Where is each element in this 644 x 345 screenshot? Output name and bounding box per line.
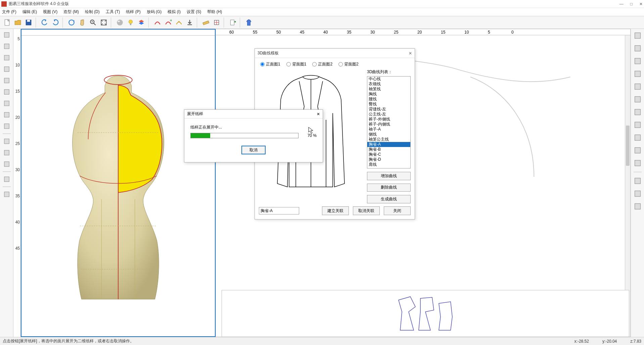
layers-small-icon[interactable] bbox=[2, 121, 11, 131]
grid-icon[interactable] bbox=[2, 175, 11, 184]
curve-listbox[interactable]: 中心线衣领线袖笼线胸线腰线臀线背缝线-左公主线-左裤子-外侧线裤子-内侧线袖子-… bbox=[367, 76, 411, 168]
cube-blue-icon[interactable] bbox=[2, 148, 11, 157]
curve-list-item[interactable]: 中心线 bbox=[367, 77, 410, 82]
fit-screen-icon[interactable] bbox=[99, 17, 109, 28]
open-folder-icon[interactable] bbox=[13, 17, 23, 28]
curve-list-item[interactable]: 胸省-B bbox=[367, 147, 410, 152]
diamond-icon[interactable] bbox=[2, 99, 11, 108]
lightbulb-icon[interactable] bbox=[126, 17, 136, 28]
menu-item[interactable]: 帮助 (H) bbox=[207, 9, 222, 15]
curve-add-icon[interactable]: + bbox=[163, 17, 173, 28]
curve-list-item[interactable]: 侧线 bbox=[367, 132, 410, 137]
page-icon[interactable] bbox=[2, 42, 11, 51]
curve-list-item[interactable]: 袖笼公主线 bbox=[367, 137, 410, 142]
curve-list-item[interactable]: 裤子-外侧线 bbox=[367, 117, 410, 122]
box-icon[interactable] bbox=[633, 158, 642, 168]
view-radio[interactable]: 正面图2 bbox=[312, 61, 332, 67]
curve-list-item[interactable]: 腰线 bbox=[367, 97, 410, 102]
generate-curve-button[interactable]: 生成曲线 bbox=[367, 195, 411, 203]
curve-list-item[interactable]: 胸省-A bbox=[367, 142, 410, 147]
minimize-button[interactable]: — bbox=[619, 2, 624, 6]
mannequin-icon[interactable] bbox=[2, 30, 11, 40]
cube-yellow-icon[interactable] bbox=[2, 137, 11, 146]
menu-item[interactable]: 文件 (F) bbox=[2, 9, 16, 15]
curve-name-input[interactable] bbox=[259, 207, 299, 214]
menu-item[interactable]: 设置 (S) bbox=[187, 9, 201, 15]
curve-red-icon[interactable] bbox=[152, 17, 163, 28]
thumbnail-strip[interactable] bbox=[222, 290, 629, 337]
menu-item[interactable]: 视图 (V) bbox=[43, 9, 57, 15]
view-radio[interactable]: 正面图1 bbox=[260, 61, 280, 67]
menu-item[interactable]: 模拟 (I) bbox=[168, 9, 181, 15]
curve-list-item[interactable]: 袖子-A bbox=[367, 127, 410, 132]
canvas-3d[interactable] bbox=[21, 36, 215, 336]
menu-item[interactable]: 编辑 (E) bbox=[22, 9, 37, 15]
arrow-right-icon[interactable] bbox=[633, 82, 642, 91]
view-radio[interactable]: 背面图1 bbox=[286, 61, 307, 67]
modal-close-icon[interactable]: ✕ bbox=[409, 51, 412, 56]
ruler-icon[interactable] bbox=[201, 17, 211, 28]
save-icon[interactable] bbox=[24, 17, 34, 28]
hanger-icon[interactable] bbox=[2, 53, 11, 62]
menu-item[interactable]: 放码 (G) bbox=[147, 9, 162, 15]
add-curve-button[interactable]: 增加曲线 bbox=[367, 172, 411, 180]
progress-close-icon[interactable]: ✕ bbox=[317, 112, 320, 116]
curve-list-item[interactable]: 肩线 bbox=[367, 162, 410, 167]
flip-v-icon[interactable] bbox=[633, 56, 642, 66]
mannequin-small-icon[interactable] bbox=[633, 176, 642, 186]
pan-hand-icon[interactable] bbox=[77, 17, 87, 28]
menu-item[interactable]: 工具 (T) bbox=[106, 9, 120, 15]
unlink-button[interactable]: 取消关联 bbox=[353, 206, 380, 215]
arrows-cross-icon[interactable] bbox=[633, 95, 642, 104]
curve-list-item[interactable]: 裤子-内侧线 bbox=[367, 122, 410, 127]
sphere-half-icon[interactable] bbox=[2, 159, 11, 169]
scrollbar-thumb[interactable] bbox=[626, 126, 630, 166]
curve-list-item[interactable]: 公主线-左 bbox=[367, 112, 410, 117]
grid-small-icon[interactable] bbox=[633, 189, 642, 198]
curve-list-item[interactable]: 胸省-D bbox=[367, 157, 410, 162]
curve-list-item[interactable]: 胸省-C bbox=[367, 152, 410, 157]
anchor-icon[interactable] bbox=[633, 120, 642, 130]
rotate-cw-icon[interactable] bbox=[633, 107, 642, 117]
redo-icon[interactable] bbox=[50, 17, 60, 28]
curve-list-item[interactable]: 背缝线-左 bbox=[367, 107, 410, 112]
maximize-button[interactable]: □ bbox=[630, 2, 633, 6]
curve-list-item[interactable]: 衣领线 bbox=[367, 82, 410, 87]
new-file-icon[interactable] bbox=[2, 17, 12, 28]
garment-icon[interactable] bbox=[244, 17, 254, 28]
curve-edit-icon[interactable] bbox=[174, 17, 184, 28]
view-radio[interactable]: 背面图2 bbox=[338, 61, 359, 67]
curve-list-item[interactable]: 袖笼线 bbox=[367, 87, 410, 92]
align-icon[interactable] bbox=[633, 146, 642, 155]
curve-list-item[interactable]: 胸线 bbox=[367, 92, 410, 97]
chevrons-icon[interactable] bbox=[633, 202, 642, 211]
delete-curve-button[interactable]: 删除曲线 bbox=[367, 184, 411, 192]
rotate-icon[interactable] bbox=[2, 190, 11, 199]
shirt-icon[interactable] bbox=[2, 64, 11, 74]
sphere-icon[interactable] bbox=[115, 17, 125, 28]
cancel-button[interactable]: 取消 bbox=[241, 146, 266, 154]
zoom-in-icon[interactable] bbox=[88, 17, 98, 28]
undo-icon[interactable] bbox=[40, 17, 50, 28]
tshirt-icon[interactable] bbox=[2, 87, 11, 97]
curve-list-item[interactable]: 臀线 bbox=[367, 102, 410, 107]
menu-item[interactable]: 造型 (M) bbox=[63, 9, 79, 15]
mirror-icon[interactable] bbox=[633, 133, 642, 142]
refresh-icon[interactable] bbox=[66, 17, 77, 28]
letter-t-icon[interactable] bbox=[633, 69, 642, 79]
download-icon[interactable] bbox=[185, 17, 195, 28]
viewport-3d[interactable] bbox=[21, 29, 216, 337]
progress-bar bbox=[190, 133, 298, 138]
barcode-icon[interactable] bbox=[2, 76, 11, 85]
layers-icon[interactable] bbox=[136, 17, 146, 28]
letter-n-icon[interactable] bbox=[633, 31, 642, 40]
link-button[interactable]: 建立关联 bbox=[322, 206, 349, 215]
menu-item[interactable]: 纸样 (P) bbox=[126, 9, 140, 15]
tag-icon[interactable] bbox=[633, 44, 642, 53]
menu-item[interactable]: 绘制 (D) bbox=[85, 9, 100, 15]
export-icon[interactable] bbox=[228, 17, 238, 28]
jacket-icon[interactable] bbox=[2, 110, 11, 119]
close-button[interactable]: 关闭 bbox=[384, 206, 411, 215]
close-button[interactable]: ✕ bbox=[639, 2, 643, 6]
pattern-tool-icon[interactable] bbox=[212, 17, 222, 28]
